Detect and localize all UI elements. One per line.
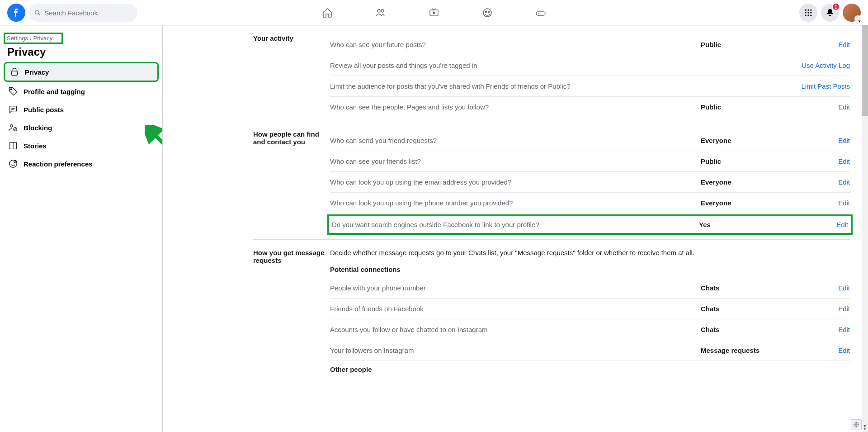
blocking-icon (8, 123, 18, 133)
center-nav (302, 0, 566, 25)
watch-icon (429, 7, 439, 18)
sidebar-item-label: Stories (24, 142, 47, 150)
sidebar-item-public-posts[interactable]: Public posts (4, 101, 159, 118)
chevron-down-icon: ▼ (863, 423, 867, 428)
sidebar-item-stories[interactable]: Stories (4, 137, 159, 154)
svg-rect-15 (12, 71, 18, 75)
svg-point-7 (807, 9, 809, 11)
svg-point-19 (9, 160, 17, 168)
edit-link[interactable]: Edit (838, 199, 850, 207)
grid-icon (804, 8, 813, 17)
setting-row: Who can see your friends list? Public Ed… (330, 151, 850, 172)
sidebar: Settings › Privacy Privacy Privacy Profi… (0, 25, 163, 432)
search-input[interactable] (44, 9, 132, 17)
row-value: Public (701, 157, 791, 165)
row-label: Who can look you up using the phone numb… (330, 199, 701, 207)
edit-link[interactable]: Edit (838, 284, 850, 292)
row-value: Message requests (701, 347, 791, 354)
sidebar-item-label: Public posts (24, 106, 64, 114)
groups-icon (482, 7, 493, 18)
nav-groups[interactable] (462, 2, 512, 24)
menu-button[interactable] (799, 4, 817, 22)
svg-point-1 (381, 9, 384, 12)
breadcrumb-settings[interactable]: Settings (7, 35, 28, 42)
edit-link[interactable]: Edit (838, 326, 850, 333)
row-label: Who can see your friends list? (330, 157, 701, 165)
row-label: Do you want search engines outside Faceb… (332, 221, 699, 228)
section-your-activity: Your activity Who can see your future po… (253, 25, 850, 121)
row-value: Public (701, 41, 791, 48)
section-title: Your activity (253, 34, 330, 117)
lock-icon (9, 67, 19, 77)
row-value: Everyone (701, 199, 791, 207)
section-find-contact: How people can find and contact you Who … (253, 121, 850, 240)
svg-point-12 (805, 14, 807, 16)
notifications-button[interactable]: 1 (821, 4, 839, 22)
sub-heading-other: Other people (330, 361, 850, 378)
nav-home[interactable] (302, 2, 352, 24)
section-title: How you get message requests (253, 249, 330, 378)
row-label: People with your phone number (330, 284, 701, 292)
svg-point-9 (805, 12, 807, 13)
svg-point-6 (805, 9, 807, 11)
svg-point-11 (810, 12, 811, 13)
edit-link[interactable]: Edit (838, 157, 850, 165)
edit-link[interactable]: Edit (838, 103, 850, 111)
edit-link[interactable]: Edit (838, 137, 850, 144)
scrollbar-thumb[interactable] (862, 25, 868, 116)
language-globe-button[interactable] (851, 419, 862, 430)
setting-row: Accounts you follow or have chatted to o… (330, 319, 850, 340)
row-label: Who can see the people, Pages and lists … (330, 103, 701, 111)
setting-row: People with your phone number Chats Edit (330, 278, 850, 299)
setting-row: Who can see the people, Pages and lists … (330, 97, 850, 117)
row-value: Yes (699, 221, 789, 228)
svg-point-17 (10, 125, 13, 128)
svg-point-10 (807, 12, 809, 13)
row-value: Public (701, 103, 791, 111)
search-icon (34, 9, 41, 16)
facebook-logo[interactable] (7, 4, 25, 22)
setting-row: Friends of friends on Facebook Chats Edi… (330, 299, 850, 319)
tag-icon (8, 86, 18, 96)
svg-point-13 (807, 14, 809, 16)
search-box[interactable] (29, 4, 137, 22)
nav-gaming[interactable] (516, 2, 566, 24)
nav-friends[interactable] (356, 2, 406, 24)
edit-link[interactable]: Edit (838, 305, 850, 313)
activity-log-link[interactable]: Use Activity Log (802, 62, 850, 69)
header-right: 1 (799, 4, 861, 22)
edit-link[interactable]: Edit (836, 221, 848, 228)
sub-heading-potential: Potential connections (330, 261, 850, 278)
section-title: How people can find and contact you (253, 130, 330, 236)
sidebar-item-label: Privacy (25, 68, 49, 76)
sidebar-item-profile-tagging[interactable]: Profile and tagging (4, 83, 159, 100)
sidebar-item-reactions[interactable]: Reaction preferences (4, 155, 159, 172)
edit-link[interactable]: Edit (838, 41, 850, 48)
nav-watch[interactable] (409, 2, 459, 24)
setting-row: Who can look you up using the email addr… (330, 172, 850, 193)
account-avatar[interactable] (843, 4, 861, 22)
row-label: Limit the audience for posts that you've… (330, 82, 701, 90)
svg-point-4 (486, 11, 487, 13)
setting-row: Who can look you up using the phone numb… (330, 193, 850, 214)
sidebar-item-blocking[interactable]: Blocking (4, 119, 159, 136)
limit-posts-link[interactable]: Limit Past Posts (801, 82, 850, 90)
svg-point-0 (377, 9, 380, 12)
setting-row: Who can see your future posts? Public Ed… (330, 34, 850, 55)
edit-link[interactable]: Edit (838, 347, 850, 354)
section-message-requests: How you get message requests Decide whet… (253, 240, 850, 381)
notification-badge: 1 (832, 3, 840, 11)
row-label: Your followers on Instagram (330, 347, 701, 354)
edit-link[interactable]: Edit (838, 178, 850, 186)
main-content: Your activity Who can see your future po… (163, 25, 868, 432)
row-value: Everyone (701, 178, 791, 186)
friends-icon (375, 7, 386, 18)
scrollbar[interactable]: ▲ ▼ (862, 25, 868, 432)
reaction-icon (8, 159, 18, 169)
section-description: Decide whether message requests go to yo… (330, 249, 850, 261)
sidebar-item-label: Reaction preferences (24, 160, 93, 168)
setting-row: Who can send you friend requests? Everyo… (330, 130, 850, 151)
row-value: Everyone (701, 137, 791, 144)
setting-row-search-engines: Do you want search engines outside Faceb… (327, 214, 853, 235)
sidebar-item-privacy[interactable]: Privacy (4, 62, 159, 82)
